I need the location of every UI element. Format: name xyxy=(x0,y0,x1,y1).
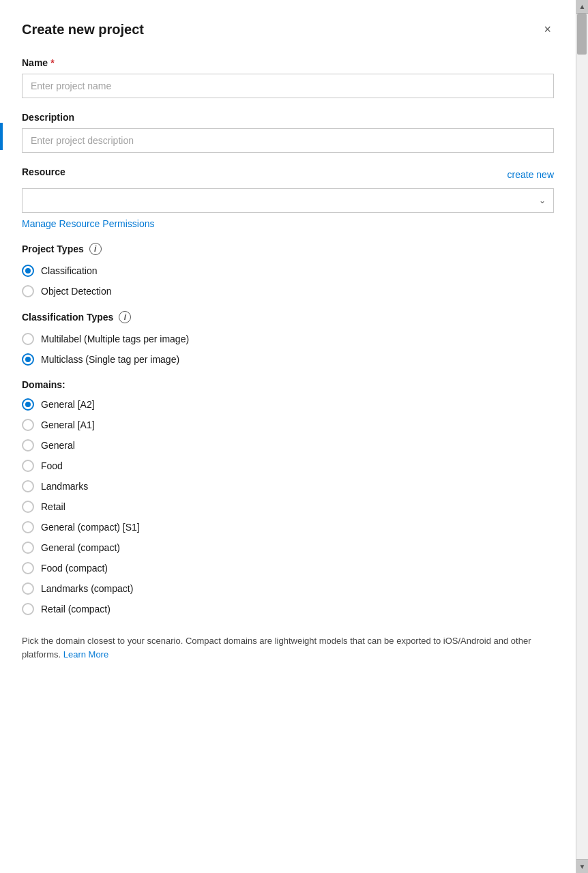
multiclass-radio[interactable] xyxy=(22,353,34,366)
scroll-down-button[interactable]: ▼ xyxy=(576,859,589,873)
general-a1-label: General [A1] xyxy=(41,419,95,430)
domain-general-compact-s1[interactable]: General (compact) [S1] xyxy=(22,521,554,533)
project-type-classification[interactable]: Classification xyxy=(22,265,554,277)
food-compact-radio[interactable] xyxy=(22,562,34,574)
landmarks-label: Landmarks xyxy=(41,481,88,492)
multiclass-label: Multiclass (Single tag per image) xyxy=(41,354,179,365)
multilabel-label: Multilabel (Multiple tags per image) xyxy=(41,334,189,344)
domain-retail-compact[interactable]: Retail (compact) xyxy=(22,603,554,615)
retail-radio[interactable] xyxy=(22,501,34,513)
domain-landmarks[interactable]: Landmarks xyxy=(22,480,554,492)
dialog-container: Create new project × Name* Description R… xyxy=(0,0,588,873)
description-input[interactable] xyxy=(22,128,554,153)
general-compact-s1-radio[interactable] xyxy=(22,521,34,533)
object-detection-label: Object Detection xyxy=(41,286,112,297)
classification-types-group: Classification Types i Multilabel (Multi… xyxy=(22,311,554,366)
domain-food-compact[interactable]: Food (compact) xyxy=(22,562,554,574)
domain-retail[interactable]: Retail xyxy=(22,501,554,513)
dialog-header: Create new project × xyxy=(22,20,554,38)
landmarks-compact-radio[interactable] xyxy=(22,582,34,595)
classification-type-multilabel[interactable]: Multilabel (Multiple tags per image) xyxy=(22,333,554,345)
general-compact-label: General (compact) xyxy=(41,542,120,553)
food-label: Food xyxy=(41,460,63,471)
manage-permissions-link[interactable]: Manage Resource Permissions xyxy=(22,218,155,229)
scrollbar-thumb[interactable] xyxy=(577,14,587,55)
scrollbar: ▲ ▼ xyxy=(576,0,588,873)
domains-label: Domains: xyxy=(22,379,554,390)
learn-more-link[interactable]: Learn More xyxy=(63,649,108,660)
domains-section: Domains: General [A2] General [A1] Gener… xyxy=(22,379,554,615)
description-field-group: Description xyxy=(22,112,554,153)
name-label: Name* xyxy=(22,57,554,68)
project-types-radio-group: Classification Object Detection xyxy=(22,265,554,297)
required-indicator: * xyxy=(50,57,54,68)
landmarks-radio[interactable] xyxy=(22,480,34,492)
resource-label: Resource xyxy=(22,166,65,177)
food-radio[interactable] xyxy=(22,460,34,472)
classification-types-info-icon[interactable]: i xyxy=(119,311,131,323)
object-detection-radio[interactable] xyxy=(22,285,34,297)
description-label: Description xyxy=(22,112,554,123)
name-input[interactable] xyxy=(22,74,554,98)
general-a1-radio[interactable] xyxy=(22,419,34,431)
close-button[interactable]: × xyxy=(541,20,554,38)
left-accent xyxy=(0,123,3,150)
domain-food[interactable]: Food xyxy=(22,460,554,472)
retail-label: Retail xyxy=(41,501,65,512)
general-a2-radio[interactable] xyxy=(22,398,34,411)
domain-general-compact[interactable]: General (compact) xyxy=(22,542,554,554)
scroll-up-button[interactable]: ▲ xyxy=(576,0,589,14)
general-radio[interactable] xyxy=(22,439,34,452)
retail-compact-radio[interactable] xyxy=(22,603,34,615)
domain-general[interactable]: General xyxy=(22,439,554,452)
classification-types-title: Classification Types i xyxy=(22,311,554,323)
project-types-group: Project Types i Classification Object De… xyxy=(22,243,554,297)
domains-radio-group: General [A2] General [A1] General Food L xyxy=(22,398,554,615)
multilabel-radio[interactable] xyxy=(22,333,34,345)
domain-general-a1[interactable]: General [A1] xyxy=(22,419,554,431)
dialog-panel: Create new project × Name* Description R… xyxy=(0,0,576,873)
resource-header: Resource create new xyxy=(22,166,554,183)
classification-radio[interactable] xyxy=(22,265,34,277)
dialog-title: Create new project xyxy=(22,22,144,38)
domain-landmarks-compact[interactable]: Landmarks (compact) xyxy=(22,582,554,595)
general-compact-s1-label: General (compact) [S1] xyxy=(41,522,140,533)
name-field-group: Name* xyxy=(22,57,554,98)
project-type-object-detection[interactable]: Object Detection xyxy=(22,285,554,297)
retail-compact-label: Retail (compact) xyxy=(41,604,111,615)
general-label: General xyxy=(41,440,75,451)
domain-general-a2[interactable]: General [A2] xyxy=(22,398,554,411)
classification-type-multiclass[interactable]: Multiclass (Single tag per image) xyxy=(22,353,554,366)
general-compact-radio[interactable] xyxy=(22,542,34,554)
food-compact-label: Food (compact) xyxy=(41,563,108,574)
resource-field-group: Resource create new ⌄ Manage Resource Pe… xyxy=(22,166,554,229)
resource-select-wrapper: ⌄ xyxy=(22,188,554,213)
footer-note: Pick the domain closest to your scenario… xyxy=(22,634,554,661)
create-new-link[interactable]: create new xyxy=(508,169,554,180)
landmarks-compact-label: Landmarks (compact) xyxy=(41,583,133,594)
general-a2-label: General [A2] xyxy=(41,399,95,410)
project-types-title: Project Types i xyxy=(22,243,554,255)
classification-types-radio-group: Multilabel (Multiple tags per image) Mul… xyxy=(22,333,554,366)
scrollbar-track xyxy=(576,14,588,859)
project-types-info-icon[interactable]: i xyxy=(89,243,102,255)
resource-select[interactable] xyxy=(22,188,554,213)
classification-label: Classification xyxy=(41,265,97,276)
